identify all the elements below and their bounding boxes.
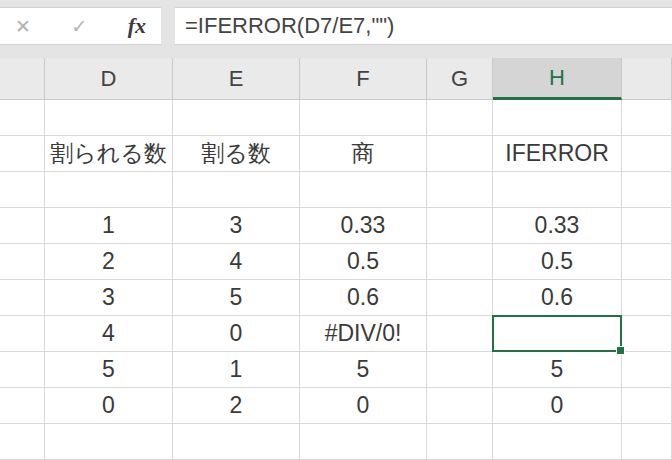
cell[interactable]: 0.6 bbox=[300, 280, 427, 316]
sheet-row: 2 4 0.5 0.5 bbox=[0, 244, 672, 280]
cell[interactable] bbox=[173, 424, 300, 460]
cell[interactable] bbox=[622, 136, 672, 172]
cell[interactable] bbox=[300, 172, 427, 208]
sheet-row bbox=[0, 100, 672, 136]
cell[interactable] bbox=[622, 172, 672, 208]
cell-divisor-label[interactable]: 割る数 bbox=[173, 136, 300, 172]
cell[interactable]: 0.5 bbox=[300, 244, 427, 280]
sheet-grid: 割られる数 割る数 商 IFERROR 1 3 0.33 0.33 2 4 0.… bbox=[0, 100, 672, 460]
cell[interactable] bbox=[427, 244, 493, 280]
cell[interactable] bbox=[427, 424, 493, 460]
cell-quotient-label[interactable]: 商 bbox=[300, 136, 427, 172]
cell[interactable]: 2 bbox=[45, 244, 173, 280]
cell[interactable] bbox=[173, 100, 300, 136]
sheet-row: 5 1 5 5 bbox=[0, 352, 672, 388]
cell[interactable] bbox=[622, 424, 672, 460]
cell[interactable]: 1 bbox=[45, 208, 173, 244]
cell[interactable]: 0.5 bbox=[493, 244, 622, 280]
cell[interactable] bbox=[493, 172, 622, 208]
cell[interactable] bbox=[427, 352, 493, 388]
cell[interactable] bbox=[0, 244, 45, 280]
cell[interactable] bbox=[45, 424, 173, 460]
cell[interactable] bbox=[493, 424, 622, 460]
cell[interactable] bbox=[427, 280, 493, 316]
cell[interactable] bbox=[427, 208, 493, 244]
cell[interactable]: 0 bbox=[173, 316, 300, 352]
sheet-row: 1 3 0.33 0.33 bbox=[0, 208, 672, 244]
sheet-row: 4 0 #DIV/0! bbox=[0, 316, 672, 352]
cell[interactable]: 0 bbox=[45, 388, 173, 424]
cell[interactable]: 5 bbox=[45, 352, 173, 388]
column-header-row: D E F G H bbox=[0, 58, 672, 100]
cell[interactable] bbox=[173, 172, 300, 208]
cell[interactable] bbox=[0, 136, 45, 172]
formula-bar-divider bbox=[161, 7, 175, 45]
sheet-row: 0 2 0 0 bbox=[0, 388, 672, 424]
cell[interactable]: 0 bbox=[493, 388, 622, 424]
selected-cell[interactable] bbox=[493, 316, 622, 352]
cell[interactable]: 1 bbox=[173, 352, 300, 388]
cell[interactable] bbox=[427, 172, 493, 208]
cell[interactable]: 0.6 bbox=[493, 280, 622, 316]
cell[interactable] bbox=[0, 100, 45, 136]
cell[interactable] bbox=[300, 100, 427, 136]
cell[interactable] bbox=[427, 388, 493, 424]
cell[interactable] bbox=[0, 424, 45, 460]
cell[interactable] bbox=[0, 172, 45, 208]
cell[interactable] bbox=[0, 388, 45, 424]
cell[interactable] bbox=[622, 100, 672, 136]
formula-input[interactable]: =IFERROR(D7/E7,"") bbox=[175, 7, 672, 45]
cell[interactable] bbox=[427, 136, 493, 172]
cell[interactable] bbox=[493, 100, 622, 136]
formula-bar: ✕ ✓ fx =IFERROR(D7/E7,"") bbox=[0, 7, 672, 45]
cell[interactable] bbox=[622, 208, 672, 244]
cell[interactable] bbox=[622, 280, 672, 316]
cell[interactable] bbox=[0, 352, 45, 388]
sheet-row bbox=[0, 172, 672, 208]
cell[interactable] bbox=[622, 244, 672, 280]
column-header-h[interactable]: H bbox=[493, 58, 622, 100]
cell[interactable] bbox=[622, 316, 672, 352]
cell[interactable]: 5 bbox=[300, 352, 427, 388]
cell[interactable]: 0 bbox=[300, 388, 427, 424]
cell[interactable]: 5 bbox=[493, 352, 622, 388]
column-header-d[interactable]: D bbox=[45, 58, 173, 100]
confirm-icon[interactable]: ✓ bbox=[71, 17, 87, 36]
insert-function-icon[interactable]: fx bbox=[128, 13, 146, 39]
cell-dividend-label[interactable]: 割られる数 bbox=[45, 136, 173, 172]
cell[interactable]: 0.33 bbox=[493, 208, 622, 244]
cell[interactable] bbox=[427, 316, 493, 352]
cell[interactable]: 4 bbox=[45, 316, 173, 352]
cell[interactable] bbox=[300, 424, 427, 460]
cell[interactable]: 0.33 bbox=[300, 208, 427, 244]
cell[interactable]: 5 bbox=[173, 280, 300, 316]
column-header-right-partial[interactable] bbox=[622, 58, 672, 100]
cell[interactable]: 4 bbox=[173, 244, 300, 280]
cell-div-error[interactable]: #DIV/0! bbox=[300, 316, 427, 352]
cell[interactable] bbox=[45, 100, 173, 136]
sheet-row bbox=[0, 424, 672, 460]
sheet-row: 3 5 0.6 0.6 bbox=[0, 280, 672, 316]
column-header-e[interactable]: E bbox=[173, 58, 300, 100]
cancel-icon[interactable]: ✕ bbox=[15, 17, 31, 36]
cell[interactable] bbox=[0, 280, 45, 316]
column-header-g[interactable]: G bbox=[427, 58, 493, 100]
formula-bar-buttons: ✕ ✓ fx bbox=[0, 7, 161, 45]
selection-border bbox=[492, 315, 622, 352]
cell[interactable] bbox=[427, 100, 493, 136]
cell[interactable]: 2 bbox=[173, 388, 300, 424]
column-header-gutter[interactable] bbox=[0, 58, 45, 100]
cell[interactable] bbox=[622, 388, 672, 424]
cell[interactable] bbox=[622, 352, 672, 388]
cell[interactable]: 3 bbox=[173, 208, 300, 244]
sheet-row: 割られる数 割る数 商 IFERROR bbox=[0, 136, 672, 172]
cell[interactable]: 3 bbox=[45, 280, 173, 316]
cell[interactable] bbox=[0, 208, 45, 244]
cell[interactable] bbox=[0, 316, 45, 352]
cell[interactable] bbox=[45, 172, 173, 208]
column-header-f[interactable]: F bbox=[300, 58, 427, 100]
cell-iferror-label[interactable]: IFERROR bbox=[493, 136, 622, 172]
